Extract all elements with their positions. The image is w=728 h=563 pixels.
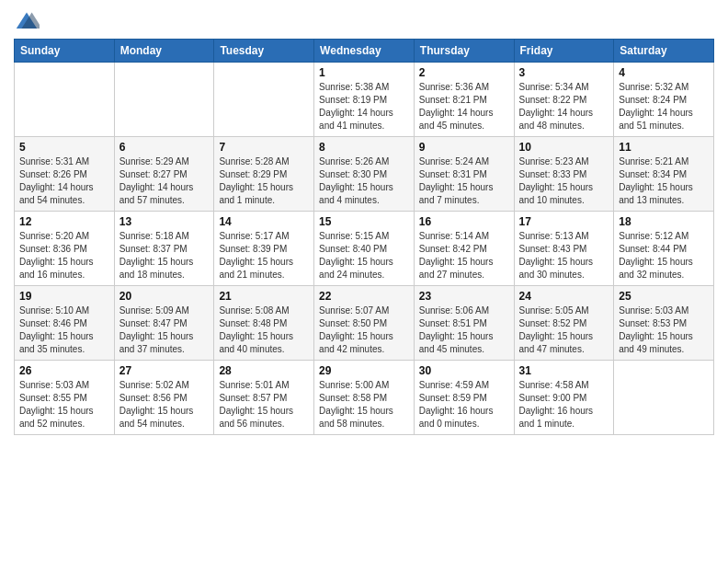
day-number: 30 bbox=[419, 364, 509, 377]
day-cell: 9 Sunrise: 5:24 AMSunset: 8:31 PMDayligh… bbox=[414, 137, 514, 212]
day-cell: 2 Sunrise: 5:36 AMSunset: 8:21 PMDayligh… bbox=[414, 63, 514, 137]
day-info: Sunrise: 5:10 AMSunset: 8:46 PMDaylight:… bbox=[19, 304, 109, 356]
day-cell: 7 Sunrise: 5:28 AMSunset: 8:29 PMDayligh… bbox=[214, 137, 314, 212]
day-cell: 3 Sunrise: 5:34 AMSunset: 8:22 PMDayligh… bbox=[514, 63, 614, 137]
day-number: 18 bbox=[619, 215, 709, 228]
logo-icon bbox=[14, 9, 40, 35]
day-cell: 24 Sunrise: 5:05 AMSunset: 8:52 PMDaylig… bbox=[514, 286, 614, 361]
weekday-header-friday: Friday bbox=[514, 40, 614, 63]
week-row-2: 5 Sunrise: 5:31 AMSunset: 8:26 PMDayligh… bbox=[15, 137, 714, 212]
day-info: Sunrise: 5:36 AMSunset: 8:21 PMDaylight:… bbox=[419, 81, 509, 132]
day-number: 7 bbox=[219, 141, 309, 154]
day-info: Sunrise: 5:06 AMSunset: 8:51 PMDaylight:… bbox=[419, 304, 509, 356]
day-info: Sunrise: 5:24 AMSunset: 8:31 PMDaylight:… bbox=[419, 155, 509, 207]
day-number: 28 bbox=[219, 364, 309, 377]
day-number: 1 bbox=[319, 66, 409, 79]
day-cell: 10 Sunrise: 5:23 AMSunset: 8:33 PMDaylig… bbox=[514, 137, 614, 212]
day-cell bbox=[214, 63, 314, 137]
day-info: Sunrise: 5:26 AMSunset: 8:30 PMDaylight:… bbox=[319, 155, 409, 207]
day-number: 22 bbox=[319, 290, 409, 303]
day-number: 3 bbox=[519, 66, 609, 79]
day-number: 11 bbox=[619, 141, 709, 154]
day-number: 12 bbox=[19, 215, 109, 228]
day-info: Sunrise: 5:34 AMSunset: 8:22 PMDaylight:… bbox=[519, 81, 609, 132]
day-number: 25 bbox=[619, 290, 709, 303]
week-row-4: 19 Sunrise: 5:10 AMSunset: 8:46 PMDaylig… bbox=[15, 286, 714, 361]
week-row-5: 26 Sunrise: 5:03 AMSunset: 8:55 PMDaylig… bbox=[15, 361, 714, 435]
day-info: Sunrise: 5:28 AMSunset: 8:29 PMDaylight:… bbox=[219, 155, 309, 207]
day-number: 15 bbox=[319, 215, 409, 228]
day-cell bbox=[614, 361, 714, 435]
week-row-3: 12 Sunrise: 5:20 AMSunset: 8:36 PMDaylig… bbox=[15, 212, 714, 286]
day-info: Sunrise: 5:13 AMSunset: 8:43 PMDaylight:… bbox=[519, 230, 609, 282]
weekday-header-sunday: Sunday bbox=[15, 40, 115, 63]
day-info: Sunrise: 5:03 AMSunset: 8:55 PMDaylight:… bbox=[19, 379, 109, 431]
day-cell: 30 Sunrise: 4:59 AMSunset: 8:59 PMDaylig… bbox=[414, 361, 514, 435]
weekday-header-wednesday: Wednesday bbox=[314, 40, 415, 63]
day-info: Sunrise: 5:17 AMSunset: 8:39 PMDaylight:… bbox=[219, 230, 309, 282]
day-info: Sunrise: 5:21 AMSunset: 8:34 PMDaylight:… bbox=[619, 155, 709, 207]
day-cell: 18 Sunrise: 5:12 AMSunset: 8:44 PMDaylig… bbox=[614, 212, 714, 286]
day-cell: 11 Sunrise: 5:21 AMSunset: 8:34 PMDaylig… bbox=[614, 137, 714, 212]
day-info: Sunrise: 5:32 AMSunset: 8:24 PMDaylight:… bbox=[619, 81, 709, 132]
day-cell: 19 Sunrise: 5:10 AMSunset: 8:46 PMDaylig… bbox=[15, 286, 115, 361]
week-row-1: 1 Sunrise: 5:38 AMSunset: 8:19 PMDayligh… bbox=[15, 63, 714, 137]
day-number: 2 bbox=[419, 66, 509, 79]
day-info: Sunrise: 5:01 AMSunset: 8:57 PMDaylight:… bbox=[219, 379, 309, 431]
weekday-header-monday: Monday bbox=[114, 40, 214, 63]
day-number: 27 bbox=[119, 364, 210, 377]
day-info: Sunrise: 5:09 AMSunset: 8:47 PMDaylight:… bbox=[119, 304, 210, 356]
day-info: Sunrise: 5:05 AMSunset: 8:52 PMDaylight:… bbox=[519, 304, 609, 356]
weekday-header-tuesday: Tuesday bbox=[214, 40, 314, 63]
day-number: 10 bbox=[519, 141, 609, 154]
day-cell: 23 Sunrise: 5:06 AMSunset: 8:51 PMDaylig… bbox=[414, 286, 514, 361]
day-info: Sunrise: 5:18 AMSunset: 8:37 PMDaylight:… bbox=[119, 230, 210, 282]
day-cell: 4 Sunrise: 5:32 AMSunset: 8:24 PMDayligh… bbox=[614, 63, 714, 137]
day-info: Sunrise: 5:14 AMSunset: 8:42 PMDaylight:… bbox=[419, 230, 509, 282]
weekday-header-thursday: Thursday bbox=[414, 40, 514, 63]
day-number: 5 bbox=[19, 141, 109, 154]
day-number: 21 bbox=[219, 290, 309, 303]
day-number: 6 bbox=[119, 141, 210, 154]
day-cell: 1 Sunrise: 5:38 AMSunset: 8:19 PMDayligh… bbox=[314, 63, 415, 137]
day-number: 26 bbox=[19, 364, 109, 377]
day-info: Sunrise: 5:15 AMSunset: 8:40 PMDaylight:… bbox=[319, 230, 409, 282]
day-number: 23 bbox=[419, 290, 509, 303]
page-container: SundayMondayTuesdayWednesdayThursdayFrid… bbox=[0, 0, 728, 444]
day-number: 13 bbox=[119, 215, 210, 228]
calendar-table: SundayMondayTuesdayWednesdayThursdayFrid… bbox=[14, 39, 714, 435]
day-cell: 12 Sunrise: 5:20 AMSunset: 8:36 PMDaylig… bbox=[15, 212, 115, 286]
day-number: 17 bbox=[519, 215, 609, 228]
day-cell: 28 Sunrise: 5:01 AMSunset: 8:57 PMDaylig… bbox=[214, 361, 314, 435]
day-number: 14 bbox=[219, 215, 309, 228]
day-info: Sunrise: 4:59 AMSunset: 8:59 PMDaylight:… bbox=[419, 379, 509, 431]
day-cell: 5 Sunrise: 5:31 AMSunset: 8:26 PMDayligh… bbox=[15, 137, 115, 212]
day-cell: 21 Sunrise: 5:08 AMSunset: 8:48 PMDaylig… bbox=[214, 286, 314, 361]
day-cell: 13 Sunrise: 5:18 AMSunset: 8:37 PMDaylig… bbox=[114, 212, 214, 286]
day-info: Sunrise: 5:02 AMSunset: 8:56 PMDaylight:… bbox=[119, 379, 210, 431]
day-info: Sunrise: 5:23 AMSunset: 8:33 PMDaylight:… bbox=[519, 155, 609, 207]
day-info: Sunrise: 5:03 AMSunset: 8:53 PMDaylight:… bbox=[619, 304, 709, 356]
day-cell: 20 Sunrise: 5:09 AMSunset: 8:47 PMDaylig… bbox=[114, 286, 214, 361]
day-cell: 26 Sunrise: 5:03 AMSunset: 8:55 PMDaylig… bbox=[15, 361, 115, 435]
day-number: 31 bbox=[519, 364, 609, 377]
day-info: Sunrise: 5:29 AMSunset: 8:27 PMDaylight:… bbox=[119, 155, 210, 207]
day-info: Sunrise: 4:58 AMSunset: 9:00 PMDaylight:… bbox=[519, 379, 609, 431]
weekday-header-saturday: Saturday bbox=[614, 40, 714, 63]
day-cell: 25 Sunrise: 5:03 AMSunset: 8:53 PMDaylig… bbox=[614, 286, 714, 361]
day-cell: 15 Sunrise: 5:15 AMSunset: 8:40 PMDaylig… bbox=[314, 212, 415, 286]
weekday-header-row: SundayMondayTuesdayWednesdayThursdayFrid… bbox=[15, 40, 714, 63]
day-cell: 27 Sunrise: 5:02 AMSunset: 8:56 PMDaylig… bbox=[114, 361, 214, 435]
day-number: 20 bbox=[119, 290, 210, 303]
day-cell: 16 Sunrise: 5:14 AMSunset: 8:42 PMDaylig… bbox=[414, 212, 514, 286]
day-cell: 6 Sunrise: 5:29 AMSunset: 8:27 PMDayligh… bbox=[114, 137, 214, 212]
day-cell: 17 Sunrise: 5:13 AMSunset: 8:43 PMDaylig… bbox=[514, 212, 614, 286]
day-info: Sunrise: 5:20 AMSunset: 8:36 PMDaylight:… bbox=[19, 230, 109, 282]
day-cell: 31 Sunrise: 4:58 AMSunset: 9:00 PMDaylig… bbox=[514, 361, 614, 435]
day-cell bbox=[15, 63, 115, 137]
day-cell: 8 Sunrise: 5:26 AMSunset: 8:30 PMDayligh… bbox=[314, 137, 415, 212]
day-number: 24 bbox=[519, 290, 609, 303]
day-cell: 14 Sunrise: 5:17 AMSunset: 8:39 PMDaylig… bbox=[214, 212, 314, 286]
day-info: Sunrise: 5:08 AMSunset: 8:48 PMDaylight:… bbox=[219, 304, 309, 356]
day-cell: 29 Sunrise: 5:00 AMSunset: 8:58 PMDaylig… bbox=[314, 361, 415, 435]
